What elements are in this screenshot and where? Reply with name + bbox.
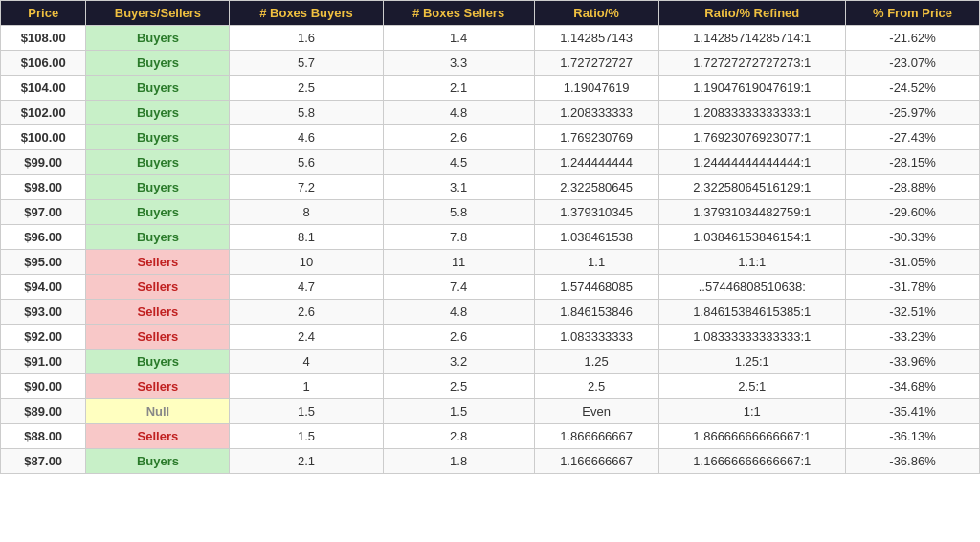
ratio-refined-cell: 1.86666666666667:1 <box>658 424 846 449</box>
boxes-buyers-cell: 4 <box>230 350 383 374</box>
table-row: $97.00Buyers85.81.3793103451.37931034482… <box>1 200 980 225</box>
boxes-sellers-cell: 7.4 <box>383 275 534 300</box>
from-price-cell: -33.23% <box>846 325 980 350</box>
price-cell: $91.00 <box>1 350 86 374</box>
buyers-sellers-cell: Sellers <box>86 325 230 350</box>
ratio-cell: 1.769230769 <box>534 125 658 150</box>
ratio-refined-cell: 1.08333333333333:1 <box>658 325 846 350</box>
table-row: $88.00Sellers1.52.81.8666666671.86666666… <box>1 424 980 449</box>
buyers-sellers-cell: Sellers <box>86 275 230 300</box>
boxes-buyers-cell: 5.7 <box>230 51 383 76</box>
boxes-buyers-cell: 2.4 <box>230 325 383 350</box>
from-price-cell: -28.15% <box>846 150 980 175</box>
from-price-cell: -35.41% <box>846 399 980 424</box>
boxes-sellers-cell: 11 <box>383 250 534 275</box>
ratio-refined-cell: 1.25:1 <box>658 350 846 374</box>
buyers-sellers-cell: Buyers <box>86 51 230 76</box>
price-cell: $88.00 <box>1 424 86 449</box>
buyers-sellers-cell: Buyers <box>86 101 230 125</box>
ratio-cell: 1.19047619 <box>534 76 658 101</box>
boxes-buyers-cell: 5.8 <box>230 101 383 125</box>
ratio-cell: 1.846153846 <box>534 300 658 325</box>
ratio-cell: 1.727272727 <box>534 51 658 76</box>
from-price-cell: -31.05% <box>846 250 980 275</box>
table-row: $90.00Sellers12.52.52.5:1-34.68% <box>1 374 980 399</box>
ratio-cell: 1.208333333 <box>534 101 658 125</box>
ratio-cell: 1.1 <box>534 250 658 275</box>
boxes-buyers-cell: 5.6 <box>230 150 383 175</box>
boxes-sellers-cell: 7.8 <box>383 225 534 250</box>
table-row: $92.00Sellers2.42.61.0833333331.08333333… <box>1 325 980 350</box>
boxes-sellers-cell: 2.6 <box>383 125 534 150</box>
price-cell: $92.00 <box>1 325 86 350</box>
table-row: $100.00Buyers4.62.61.7692307691.76923076… <box>1 125 980 150</box>
price-cell: $99.00 <box>1 150 86 175</box>
buyers-sellers-cell: Sellers <box>86 300 230 325</box>
buyers-sellers-cell: Sellers <box>86 250 230 275</box>
buyers-sellers-cell: Sellers <box>86 374 230 399</box>
table-row: $102.00Buyers5.84.81.2083333331.20833333… <box>1 101 980 125</box>
from-price-cell: -32.51% <box>846 300 980 325</box>
price-cell: $102.00 <box>1 101 86 125</box>
price-cell: $108.00 <box>1 26 86 51</box>
boxes-sellers-cell: 1.5 <box>383 399 534 424</box>
boxes-sellers-cell: 4.5 <box>383 150 534 175</box>
ratio-refined-cell: 1.37931034482759:1 <box>658 200 846 225</box>
buyers-sellers-cell: Buyers <box>86 150 230 175</box>
boxes-buyers-cell: 8.1 <box>230 225 383 250</box>
table-row: $104.00Buyers2.52.11.190476191.190476190… <box>1 76 980 101</box>
boxes-sellers-cell: 3.3 <box>383 51 534 76</box>
boxes-sellers-cell: 2.6 <box>383 325 534 350</box>
boxes-buyers-cell: 2.6 <box>230 300 383 325</box>
table-row: $99.00Buyers5.64.51.2444444441.244444444… <box>1 150 980 175</box>
ratio-cell: 1.25 <box>534 350 658 374</box>
boxes-sellers-cell: 5.8 <box>383 200 534 225</box>
price-cell: $104.00 <box>1 76 86 101</box>
boxes-buyers-cell: 2.5 <box>230 76 383 101</box>
from-price-cell: -25.97% <box>846 101 980 125</box>
ratio-cell: 1.379310345 <box>534 200 658 225</box>
boxes-buyers-cell: 7.2 <box>230 175 383 200</box>
market-data-table: PriceBuyers/Sellers# Boxes Buyers# Boxes… <box>0 0 980 474</box>
ratio-cell: 1.866666667 <box>534 424 658 449</box>
boxes-sellers-cell: 4.8 <box>383 300 534 325</box>
from-price-cell: -23.07% <box>846 51 980 76</box>
price-cell: $89.00 <box>1 399 86 424</box>
boxes-buyers-cell: 2.1 <box>230 449 383 474</box>
ratio-cell: 1.244444444 <box>534 150 658 175</box>
boxes-sellers-cell: 3.2 <box>383 350 534 374</box>
from-price-cell: -21.62% <box>846 26 980 51</box>
buyers-sellers-cell: Buyers <box>86 26 230 51</box>
price-cell: $95.00 <box>1 250 86 275</box>
price-cell: $94.00 <box>1 275 86 300</box>
from-price-cell: -29.60% <box>846 200 980 225</box>
boxes-sellers-cell: 3.1 <box>383 175 534 200</box>
buyers-sellers-cell: Null <box>86 399 230 424</box>
table-row: $89.00Null1.51.5Even1:1-35.41% <box>1 399 980 424</box>
table-row: $94.00Sellers4.77.41.574468085..57446808… <box>1 275 980 300</box>
boxes-buyers-cell: 4.6 <box>230 125 383 150</box>
from-price-cell: -30.33% <box>846 225 980 250</box>
price-cell: $87.00 <box>1 449 86 474</box>
price-cell: $90.00 <box>1 374 86 399</box>
boxes-sellers-cell: 2.5 <box>383 374 534 399</box>
boxes-buyers-cell: 4.7 <box>230 275 383 300</box>
col-header-ratio: Ratio/% <box>534 1 658 26</box>
from-price-cell: -31.78% <box>846 275 980 300</box>
table-row: $108.00Buyers1.61.41.1428571431.14285714… <box>1 26 980 51</box>
boxes-buyers-cell: 8 <box>230 200 383 225</box>
ratio-refined-cell: 1.1:1 <box>658 250 846 275</box>
table-row: $95.00Sellers10111.11.1:1-31.05% <box>1 250 980 275</box>
from-price-cell: -36.86% <box>846 449 980 474</box>
ratio-cell: 1.142857143 <box>534 26 658 51</box>
price-cell: $100.00 <box>1 125 86 150</box>
boxes-sellers-cell: 1.8 <box>383 449 534 474</box>
buyers-sellers-cell: Buyers <box>86 200 230 225</box>
boxes-buyers-cell: 1.6 <box>230 26 383 51</box>
boxes-sellers-cell: 2.8 <box>383 424 534 449</box>
table-row: $93.00Sellers2.64.81.8461538461.84615384… <box>1 300 980 325</box>
ratio-cell: Even <box>534 399 658 424</box>
from-price-cell: -24.52% <box>846 76 980 101</box>
boxes-buyers-cell: 10 <box>230 250 383 275</box>
ratio-cell: 1.038461538 <box>534 225 658 250</box>
